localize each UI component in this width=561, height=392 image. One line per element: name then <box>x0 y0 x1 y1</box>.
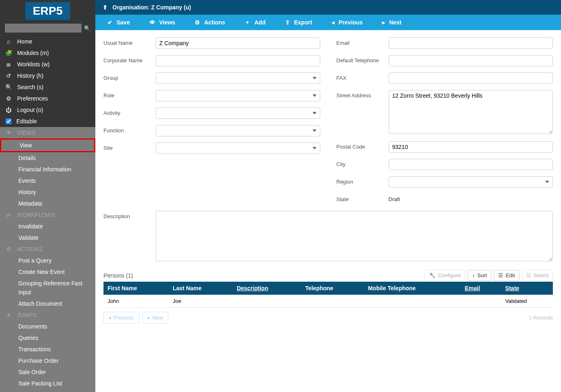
sidebar-search-input[interactable] <box>5 24 81 33</box>
col-header[interactable]: Last Name <box>169 282 233 295</box>
chevron-down-icon <box>312 147 317 149</box>
label-group: Group <box>103 72 156 81</box>
nav-preferences[interactable]: ⚙Preferences <box>0 93 95 104</box>
header-bar: ⬆ Organisation: Z Company (u) <box>95 0 561 15</box>
section-item[interactable]: Sale Order <box>0 366 95 378</box>
section-item[interactable]: Validate <box>0 232 95 243</box>
section-item[interactable]: Metadata <box>0 198 95 209</box>
up-icon[interactable]: ⬆ <box>103 4 108 11</box>
col-header[interactable]: Telephone <box>301 282 364 295</box>
nav-search-icon: 🔍 <box>5 83 12 92</box>
section-icon: 👁 <box>5 128 12 137</box>
label-site: Site <box>103 142 156 151</box>
tb-add-icon: ＋ <box>244 19 250 26</box>
main: ⬆ Organisation: Z Company (u) ✔Save👁View… <box>95 0 561 392</box>
tb-save-icon: ✔ <box>108 19 112 26</box>
nav-worklists[interactable]: ≣Worklists (w) <box>0 59 95 70</box>
section-item[interactable]: Persons <box>0 389 95 392</box>
section-item[interactable]: Grouping Reference Fast Input <box>0 278 95 298</box>
input-fax[interactable] <box>389 72 553 84</box>
input-postal[interactable] <box>389 141 553 153</box>
chevron-down-icon <box>312 77 317 79</box>
section-item[interactable]: Transactions <box>0 344 95 355</box>
label-street: Street Address <box>337 90 389 99</box>
nav-worklists-icon: ≣ <box>5 60 12 69</box>
tb-save[interactable]: ✔Save <box>98 15 140 30</box>
tb-previous[interactable]: ◂Previous <box>322 15 372 30</box>
section-item[interactable]: Financial Information <box>0 164 95 175</box>
tb-previous-icon: ◂ <box>332 19 334 26</box>
configure-button[interactable]: 🔧Configure <box>425 270 465 281</box>
nav-logout-icon: ⏻ <box>5 105 12 114</box>
table-row[interactable]: JohnJoeValidated <box>103 295 553 308</box>
tb-views[interactable]: 👁Views <box>140 15 185 30</box>
tb-next[interactable]: ▸Next <box>372 15 411 30</box>
section-item[interactable]: Events <box>0 175 95 186</box>
cell <box>233 295 301 308</box>
label-city: City <box>337 159 389 167</box>
nav-modules[interactable]: 🧩Modules (m) <box>0 47 95 59</box>
section-item[interactable]: Sale Packing List <box>0 378 95 389</box>
section-item[interactable]: History <box>0 186 95 198</box>
persons-title: Persons (1) <box>103 272 133 279</box>
col-header[interactable]: Email <box>461 282 501 295</box>
col-header[interactable]: First Name <box>103 282 169 295</box>
nav-logout[interactable]: ⏻Logout (o) <box>0 104 95 116</box>
nav-editable[interactable]: Editable <box>0 116 95 127</box>
nav-modules-icon: 🧩 <box>5 48 12 57</box>
breadcrumb[interactable]: Organisation: Z Company (u) <box>112 4 191 11</box>
section-item[interactable]: View <box>0 138 95 152</box>
label-usual-name: Usual Name <box>103 37 156 46</box>
sort-icon: ↕ <box>472 272 475 278</box>
select-group[interactable] <box>156 72 320 84</box>
select-function[interactable] <box>156 125 320 136</box>
tb-export-icon: ⇪ <box>285 19 290 26</box>
tb-export[interactable]: ⇪Export <box>275 15 322 30</box>
cell: Joe <box>169 295 233 308</box>
input-email[interactable] <box>389 37 553 49</box>
textarea-street[interactable]: 12 Zorro Street, 93210 Beverly Hills <box>389 90 553 134</box>
section-item[interactable]: Details <box>0 152 95 164</box>
section-item[interactable]: Post a Query <box>0 255 95 266</box>
select-role[interactable] <box>156 90 320 101</box>
textarea-description[interactable] <box>156 211 553 261</box>
cell <box>364 295 461 308</box>
nav-home[interactable]: ⌂Home <box>0 36 95 47</box>
app-logo: ERP5 <box>25 2 70 20</box>
tb-add[interactable]: ＋Add <box>235 15 275 30</box>
select-button[interactable]: ☑Select <box>522 270 553 281</box>
label-default-phone: Default Telephone <box>337 55 389 64</box>
page-next-button[interactable]: Next <box>143 312 169 324</box>
section-item[interactable]: Attach Document <box>0 298 95 309</box>
editable-checkbox[interactable] <box>6 118 11 124</box>
col-header[interactable]: Description <box>233 282 301 295</box>
section-item[interactable]: Queries <box>0 332 95 344</box>
input-usual-name[interactable] <box>156 37 320 49</box>
col-header[interactable]: State <box>501 282 553 295</box>
select-region[interactable] <box>389 176 553 188</box>
records-count: 1 Records <box>529 315 553 321</box>
editable-label: Editable <box>16 117 37 126</box>
select-activity[interactable] <box>156 107 320 119</box>
input-corporate-name[interactable] <box>156 55 320 66</box>
section-item[interactable]: Purchase Order <box>0 355 95 366</box>
nav-history-icon: ↺ <box>5 71 12 80</box>
persons-table: First NameLast NameDescriptionTelephoneM… <box>103 282 553 308</box>
page-prev-button[interactable]: Previous <box>103 312 139 324</box>
input-city[interactable] <box>389 159 553 170</box>
select-site[interactable] <box>156 142 320 154</box>
label-email: Email <box>337 37 389 46</box>
section-item[interactable]: Create New Event <box>0 266 95 278</box>
section-item[interactable]: Invalidate <box>0 221 95 232</box>
input-default-phone[interactable] <box>389 55 553 66</box>
section-item[interactable]: Documents <box>0 321 95 332</box>
section-jumps: ✈JUMPS <box>0 309 95 321</box>
nav-history[interactable]: ↺History (h) <box>0 70 95 81</box>
nav-search[interactable]: 🔍Search (s) <box>0 81 95 93</box>
tb-actions[interactable]: ⚙Actions <box>185 15 235 30</box>
col-header[interactable]: Mobile Telephone <box>364 282 461 295</box>
sort-button[interactable]: ↕Sort <box>468 270 491 281</box>
chevron-down-icon <box>312 129 317 132</box>
edit-button[interactable]: ☰Edit <box>494 270 519 281</box>
search-icon[interactable]: 🔍 <box>84 25 90 31</box>
